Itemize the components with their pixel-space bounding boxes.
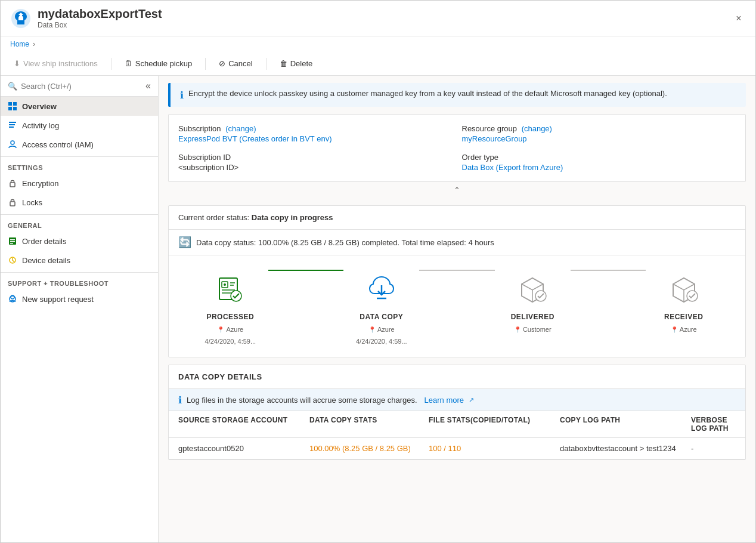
search-icon: 🔍	[8, 82, 17, 91]
sidebar-item-locks[interactable]: Locks	[1, 193, 158, 212]
top-bar: mydataboxExportTest Data Box ×	[1, 1, 755, 36]
svg-rect-10	[10, 202, 15, 206]
schedule-pickup-button[interactable]: 🗓 Schedule pickup	[121, 57, 196, 70]
svg-rect-7	[9, 127, 14, 128]
delivered-label: DELIVERED	[511, 313, 554, 321]
delete-button[interactable]: 🗑 Delete	[276, 57, 317, 70]
svg-point-20	[224, 283, 226, 286]
status-header: Current order status: Data copy in progr…	[169, 206, 745, 230]
sidebar-item-overview-label: Overview	[22, 102, 57, 111]
settings-section-label: Settings	[1, 156, 158, 174]
svg-rect-9	[10, 183, 15, 187]
connector-line-1	[268, 270, 344, 271]
general-section-label: General	[1, 214, 158, 232]
overview-icon	[8, 101, 17, 111]
sidebar-item-order-details[interactable]: Order details	[1, 232, 158, 251]
received-label: RECEIVED	[664, 313, 703, 321]
col-source: SOURCE STORAGE ACCOUNT	[178, 416, 309, 433]
col-stats: DATA COPY STATS	[309, 416, 429, 433]
processed-date: 4/24/2020, 4:59...	[205, 338, 256, 345]
support-section-label: Support + troubleshoot	[1, 272, 158, 289]
sidebar-item-activity-log[interactable]: Activity log	[1, 116, 158, 135]
svg-rect-3	[8, 107, 12, 110]
sidebar-item-activity-log-label: Activity log	[22, 121, 59, 130]
app-subtitle: Data Box	[38, 21, 732, 29]
collapse-sidebar-button[interactable]: «	[145, 81, 151, 91]
connector-line-3	[571, 270, 646, 271]
svg-rect-12	[10, 239, 15, 240]
order-type-value[interactable]: Data Box (Export from Azure)	[462, 163, 736, 172]
subscription-change-link[interactable]: (change)	[225, 124, 256, 133]
data-copy-details-card: DATA COPY DETAILS ℹ Log files in the sto…	[168, 365, 746, 460]
timeline-step-datacopy: DATA COPY 📍 Azure 4/24/2020, 4:59...	[343, 270, 419, 345]
pin-icon-datacopy: 📍	[368, 326, 376, 333]
activity-log-icon	[8, 121, 17, 130]
sidebar-item-overview[interactable]: Overview	[1, 97, 158, 116]
encryption-info-text: Encrypt the device unlock passkey using …	[188, 89, 667, 98]
learn-more-link[interactable]: Learn more	[425, 396, 464, 405]
search-box: 🔍 «	[1, 76, 158, 97]
order-status-card: Current order status: Data copy in progr…	[168, 205, 746, 357]
access-control-icon	[8, 140, 17, 149]
subscription-id-value: <subscription ID>	[178, 163, 453, 172]
svg-rect-6	[9, 124, 15, 125]
connector-2	[419, 270, 495, 301]
toolbar: ⬇ View ship instructions 🗓 Schedule pick…	[1, 52, 755, 76]
details-grid: Subscription (change) ExpressPod BVT (Cr…	[168, 114, 746, 182]
sidebar-item-device-details[interactable]: Device details	[1, 251, 158, 270]
processed-icon-wrap	[211, 270, 249, 308]
svg-rect-5	[9, 122, 16, 123]
table-header: SOURCE STORAGE ACCOUNT DATA COPY STATS F…	[169, 411, 745, 438]
pin-icon-processed: 📍	[217, 326, 224, 333]
subscription-value[interactable]: ExpressPod BVT (Creates order in BVT env…	[178, 134, 453, 143]
data-copy-stats: 100.00% (8.25 GB / 8.25 GB)	[309, 444, 429, 453]
svg-rect-2	[13, 102, 17, 106]
breadcrumb-home[interactable]: Home	[10, 40, 29, 48]
content-area: ℹ Encrypt the device unlock passkey usin…	[159, 76, 755, 542]
progress-text: Data copy status: 100.00% (8.25 GB / 8.2…	[196, 238, 494, 247]
sidebar-item-access-control[interactable]: Access control (IAM)	[1, 135, 158, 154]
main-layout: 🔍 « Overview Activity log	[1, 76, 755, 542]
pin-icon-received: 📍	[671, 326, 678, 333]
sidebar-item-encryption[interactable]: Encryption	[1, 174, 158, 193]
encryption-icon	[8, 178, 17, 188]
breadcrumb: Home ›	[1, 36, 755, 52]
timeline-step-delivered: DELIVERED 📍 Customer	[495, 270, 571, 333]
cancel-icon: ⊘	[219, 59, 225, 68]
progress-row: 🔄 Data copy status: 100.00% (8.25 GB / 8…	[169, 230, 745, 255]
delivered-icon-wrap	[513, 270, 551, 308]
subscription-label: Subscription (change)	[178, 124, 453, 133]
delete-icon: 🗑	[280, 59, 287, 68]
sidebar: 🔍 « Overview Activity log	[1, 76, 159, 542]
info-icon: ℹ	[180, 90, 184, 101]
app-title-block: mydataboxExportTest Data Box	[38, 7, 732, 29]
toolbar-separator-1	[111, 58, 111, 70]
sidebar-item-order-details-label: Order details	[22, 237, 66, 246]
received-location: 📍 Azure	[671, 326, 697, 333]
search-input[interactable]	[21, 82, 104, 91]
refresh-icon: 🔄	[178, 236, 191, 249]
view-ship-instructions-button[interactable]: ⬇ View ship instructions	[10, 57, 101, 70]
sidebar-item-new-support-request[interactable]: New support request	[1, 289, 158, 308]
copy-log-path[interactable]: databoxbvttestaccount > test1234	[560, 444, 691, 453]
collapse-details-button[interactable]: ⌃	[159, 182, 755, 198]
svg-rect-14	[10, 243, 13, 244]
cancel-button[interactable]: ⊘ Cancel	[215, 57, 256, 70]
status-label: Current order status:	[178, 213, 249, 222]
resource-group-change-link[interactable]: (change)	[522, 124, 552, 133]
resource-group-detail: Resource group (change) myResourceGroup	[462, 124, 736, 143]
storage-info-banner: ℹ Log files in the storage accounts will…	[169, 389, 745, 411]
app-title: mydataboxExportTest	[38, 7, 732, 21]
pin-icon-delivered: 📍	[514, 326, 521, 333]
timeline: PROCESSED 📍 Azure 4/24/2020, 4:59...	[169, 255, 745, 357]
svg-rect-4	[13, 107, 17, 110]
sidebar-item-encryption-label: Encryption	[22, 179, 58, 188]
processed-location: 📍 Azure	[217, 326, 243, 333]
sidebar-item-support-label: New support request	[22, 295, 94, 304]
subscription-id-detail: Subscription ID <subscription ID>	[178, 153, 453, 172]
app-container: mydataboxExportTest Data Box × Home › ⬇ …	[0, 0, 756, 543]
source-account[interactable]: gptestaccount0520	[178, 444, 309, 453]
resource-group-value[interactable]: myResourceGroup	[462, 134, 736, 143]
datacopy-date: 4/24/2020, 4:59...	[356, 338, 407, 345]
close-button[interactable]: ×	[732, 11, 746, 26]
